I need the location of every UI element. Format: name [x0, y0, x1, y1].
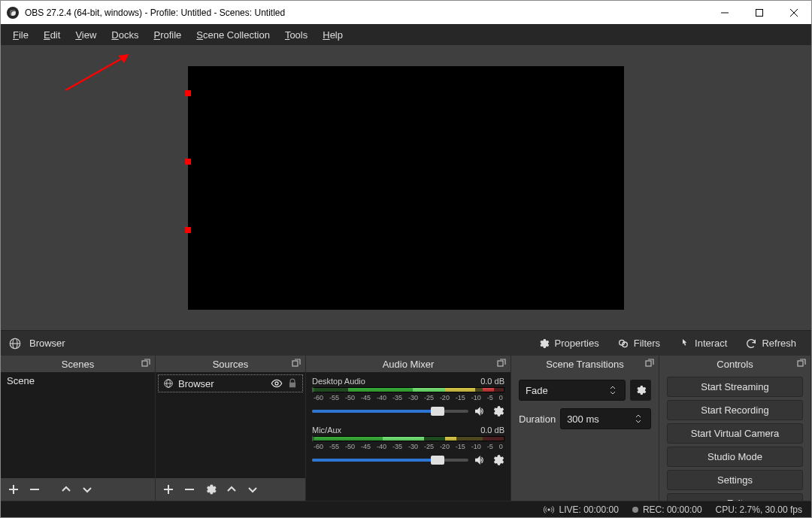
start-virtual-camera-button[interactable]: Start Virtual Camera — [667, 423, 803, 444]
duration-label: Duration — [519, 413, 556, 425]
svg-rect-11 — [142, 361, 147, 366]
refresh-button[interactable]: Refresh — [738, 335, 804, 353]
duration-input[interactable]: 300 ms — [560, 408, 651, 429]
svg-rect-19 — [798, 361, 803, 366]
mixer-channel-mic: Mic/Aux0.0 dB -60-55-50-45-40-35-30-25-2… — [312, 426, 504, 467]
source-toolbar: Browser Properties Filters Interact Refr… — [1, 330, 811, 356]
meter-ticks: -60-55-50-45-40-35-30-25-20-15-10-50 — [312, 443, 504, 450]
refresh-icon — [745, 338, 757, 350]
menu-docks[interactable]: Docks — [104, 26, 146, 44]
transitions-dock: Scene Transitions Fade — [511, 356, 659, 501]
volume-slider[interactable] — [312, 410, 468, 413]
start-streaming-button[interactable]: Start Streaming — [667, 377, 803, 397]
speaker-icon[interactable] — [473, 453, 486, 467]
scenes-header: Scenes — [1, 356, 155, 372]
gear-icon — [635, 384, 647, 396]
resize-handle-bottom[interactable] — [185, 227, 191, 233]
gear-icon[interactable] — [491, 453, 504, 467]
source-down-button[interactable] — [244, 481, 261, 498]
svg-rect-18 — [646, 361, 651, 366]
remove-source-button[interactable] — [181, 481, 198, 498]
resize-handle-mid[interactable] — [185, 159, 191, 165]
gear-icon[interactable] — [491, 404, 504, 418]
duration-stepper-icon[interactable] — [632, 413, 644, 425]
filters-icon — [617, 338, 629, 350]
channel-name: Mic/Aux — [312, 426, 341, 435]
start-recording-button[interactable]: Start Recording — [667, 400, 803, 420]
svg-point-20 — [548, 508, 550, 510]
popout-icon[interactable] — [292, 359, 301, 368]
channel-db: 0.0 dB — [480, 426, 504, 435]
mixer-channel-desktop: Desktop Audio0.0 dB -60-55-50-45-40-35-3… — [312, 377, 504, 418]
scene-up-button[interactable] — [58, 481, 74, 498]
meter-ticks: -60-55-50-45-40-35-30-25-20-15-10-50 — [312, 394, 504, 401]
add-source-button[interactable] — [160, 481, 177, 498]
properties-button[interactable]: Properties — [530, 335, 606, 353]
minimize-button[interactable] — [707, 1, 742, 24]
source-label: Browser — [178, 378, 266, 389]
volume-slider[interactable] — [312, 459, 468, 462]
broadcast-icon — [544, 504, 554, 515]
sources-header: Sources — [156, 356, 305, 372]
transition-select[interactable]: Fade — [519, 380, 626, 401]
audio-meter — [312, 387, 504, 392]
menu-file[interactable]: File — [5, 26, 36, 44]
svg-rect-12 — [292, 361, 298, 366]
status-cpu: CPU: 2.7%, 30.00 fps — [716, 504, 802, 515]
speaker-icon[interactable] — [473, 404, 486, 418]
source-up-button[interactable] — [223, 481, 240, 498]
audio-meter — [312, 436, 504, 441]
preview-area[interactable] — [1, 45, 811, 330]
obs-logo-icon — [7, 7, 19, 19]
audio-mixer-dock: Audio Mixer Desktop Audio0.0 dB -60-55-5… — [306, 356, 511, 501]
remove-scene-button[interactable] — [26, 481, 43, 498]
globe-icon — [163, 378, 174, 389]
pointer-icon — [678, 338, 690, 350]
scenes-dock: Scenes Scene — [1, 356, 156, 501]
svg-rect-1 — [756, 9, 763, 16]
status-bar: LIVE: 00:00:00 REC: 00:00:00 CPU: 2.7%, … — [1, 501, 811, 517]
add-scene-button[interactable] — [5, 481, 22, 498]
maximize-button[interactable] — [742, 1, 777, 24]
channel-name: Desktop Audio — [312, 377, 365, 386]
sources-dock: Sources Browser — [156, 356, 306, 501]
visibility-icon[interactable] — [271, 377, 283, 389]
gear-icon — [538, 338, 550, 350]
annotation-arrow — [59, 51, 135, 96]
popout-icon[interactable] — [797, 359, 806, 368]
window-title: OBS 27.2.4 (64-bit, windows) - Profile: … — [25, 8, 707, 18]
menu-view[interactable]: View — [68, 26, 104, 44]
menu-scene-collection[interactable]: Scene Collection — [189, 26, 277, 44]
popout-icon[interactable] — [497, 359, 506, 368]
preview-canvas[interactable] — [188, 66, 624, 310]
interact-button[interactable]: Interact — [671, 335, 735, 353]
svg-line-4 — [65, 57, 124, 90]
menu-help[interactable]: Help — [315, 26, 350, 44]
lock-icon[interactable] — [287, 378, 298, 389]
title-bar: OBS 27.2.4 (64-bit, windows) - Profile: … — [1, 1, 811, 24]
filters-button[interactable]: Filters — [610, 335, 668, 353]
rec-dot-icon — [632, 507, 638, 513]
exit-button[interactable]: Exit — [667, 493, 803, 501]
source-item[interactable]: Browser — [158, 374, 303, 392]
selected-source-label: Browser — [29, 338, 65, 349]
menu-tools[interactable]: Tools — [277, 26, 315, 44]
scene-item[interactable]: Scene — [1, 372, 155, 389]
studio-mode-button[interactable]: Studio Mode — [667, 447, 803, 467]
menu-edit[interactable]: Edit — [36, 26, 68, 44]
resize-handle-top[interactable] — [185, 90, 191, 96]
svg-rect-17 — [498, 361, 503, 366]
source-properties-button[interactable] — [202, 481, 219, 498]
select-stepper-icon — [607, 384, 619, 396]
close-button[interactable] — [777, 1, 811, 24]
mixer-header: Audio Mixer — [306, 356, 511, 372]
menu-profile[interactable]: Profile — [146, 26, 189, 44]
status-rec: REC: 00:00:00 — [643, 504, 702, 515]
settings-button[interactable]: Settings — [667, 470, 803, 490]
svg-point-16 — [275, 382, 278, 385]
transition-settings-button[interactable] — [630, 380, 651, 401]
popout-icon[interactable] — [141, 359, 150, 368]
popout-icon[interactable] — [645, 359, 654, 368]
status-live: LIVE: 00:00:00 — [559, 504, 618, 515]
scene-down-button[interactable] — [79, 481, 95, 498]
